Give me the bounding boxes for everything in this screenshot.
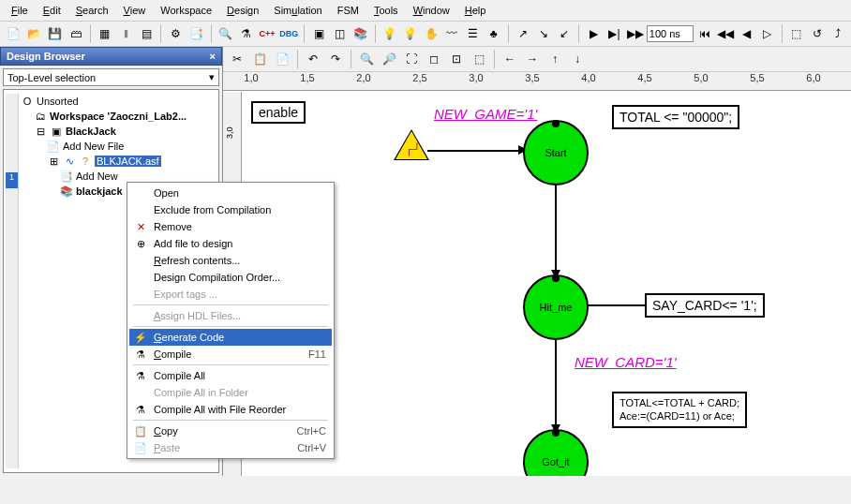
nav-fwd-icon[interactable]: → (522, 49, 543, 69)
tree-blackjack[interactable]: ⊟ ▣ BlackJack (19, 124, 216, 139)
menu-window[interactable]: Window (406, 2, 457, 19)
tree-add-new-file[interactable]: 📄 Add New File (19, 139, 216, 154)
search-icon[interactable]: 🔍 (216, 23, 235, 44)
open-icon[interactable]: 📂 (24, 23, 43, 44)
book-icon[interactable]: 📑 (187, 23, 205, 44)
action-total-update[interactable]: TOTAL<=TOTAL + CARD; Ace:=(CARD=11) or A… (612, 392, 747, 428)
bulb-icon[interactable]: 💡 (381, 23, 399, 44)
action-say-card[interactable]: SAY_CARD<= '1'; (645, 293, 765, 318)
matrix-icon[interactable]: ▤ (137, 23, 156, 44)
ctx-compile-reorder[interactable]: ⚗Compile All with File Reorder (129, 401, 332, 418)
tree-blkjack-file[interactable]: ⊞ ∿ ? BLKJACK.asf (19, 154, 216, 169)
iii-icon[interactable]: ⦀ (116, 23, 135, 44)
menu-workspace[interactable]: Workspace (153, 2, 219, 19)
gate-icon[interactable]: ◫ (330, 23, 349, 44)
wave-icon[interactable]: 〰 (442, 23, 461, 44)
tree-icon[interactable]: ♣ (485, 23, 503, 44)
ctx-compile-folder: Compile All in Folder (129, 384, 332, 401)
arrow2-icon[interactable]: ↘ (534, 23, 553, 44)
save-icon[interactable]: 💾 (45, 23, 64, 44)
paste-icon[interactable]: 📄 (272, 49, 292, 69)
new-icon[interactable]: 📄 (4, 23, 22, 44)
close-icon[interactable]: × (210, 51, 216, 62)
menu-search[interactable]: Search (68, 2, 116, 19)
zoom-100-icon[interactable]: ⊡ (446, 49, 467, 69)
save-all-icon[interactable]: 🗃 (67, 23, 85, 44)
zoom-sel-icon[interactable]: ◻ (424, 49, 444, 69)
enable-box[interactable]: enable (251, 101, 306, 124)
sort-icon: O (21, 95, 34, 108)
menu-simulation[interactable]: Simulation (266, 2, 329, 19)
state-start[interactable]: Start (523, 120, 589, 185)
menu-file[interactable]: File (4, 2, 36, 19)
ctx-dco[interactable]: Design Compilation Order... (129, 269, 332, 286)
ctx-compile-all[interactable]: ⚗Compile All (129, 367, 332, 384)
dbg-icon[interactable]: DBG (278, 23, 299, 44)
ctx-open[interactable]: Open (129, 185, 332, 201)
redo-icon[interactable]: ↷ (325, 49, 346, 69)
gear-icon[interactable]: ⚙ (166, 23, 185, 44)
shortcut: F11 (308, 348, 326, 360)
cond-new-game[interactable]: NEW_GAME='1' (434, 106, 537, 122)
menu-help[interactable]: Help (457, 2, 494, 19)
fwd-icon[interactable]: ▷ (757, 23, 776, 44)
tree-label-selected: BLKJACK.asf (95, 156, 161, 167)
misc1-icon[interactable]: ⬚ (787, 23, 806, 44)
cpp-icon[interactable]: C++ (258, 23, 276, 44)
back-icon[interactable]: ◀ (737, 23, 755, 44)
menu-view[interactable]: View (116, 2, 154, 19)
cut-icon[interactable]: ✂ (227, 49, 247, 69)
action-total-init[interactable]: TOTAL <= "00000"; (612, 105, 739, 129)
prev-icon[interactable]: ◀◀ (716, 23, 735, 44)
menu-edit[interactable]: Edit (36, 2, 68, 19)
ctx-copy[interactable]: 📋CopyCtrl+C (129, 422, 332, 439)
cond-new-card[interactable]: NEW_CARD='1' (575, 354, 677, 370)
ctx-add-file[interactable]: ⊕Add file to design (129, 235, 332, 252)
nav-back-icon[interactable]: ← (500, 49, 520, 69)
compile-icon[interactable]: ⚗ (237, 23, 256, 44)
misc3-icon[interactable]: ⤴ (829, 23, 847, 44)
state-hit-me[interactable]: Hit_me (523, 274, 589, 340)
add-file-icon: ⊕ (133, 238, 148, 250)
minus-icon[interactable]: ⊟ (34, 125, 47, 138)
menu-tools[interactable]: Tools (366, 2, 406, 19)
ctx-refresh[interactable]: Refresh contents... (129, 252, 332, 269)
undo-icon[interactable]: ↶ (303, 49, 323, 69)
zoom-area-icon[interactable]: ⬚ (469, 49, 489, 69)
misc2-icon[interactable]: ↺ (808, 23, 827, 44)
zoom-fit-icon[interactable]: ⛶ (401, 49, 422, 69)
compile-icon: ⚗ (133, 348, 148, 361)
nav-down-icon[interactable]: ↓ (567, 49, 588, 69)
run-icon[interactable]: ▶▶ (626, 23, 645, 44)
ctx-remove[interactable]: ✕Remove (129, 218, 332, 235)
time-input[interactable] (647, 25, 694, 42)
first-icon[interactable]: ⏮ (695, 23, 714, 44)
state-entry-dot-icon (552, 429, 560, 437)
ctx-generate-code[interactable]: ⚡Generate Code (129, 329, 332, 346)
menu-design[interactable]: Design (219, 2, 266, 19)
bulb2-icon[interactable]: 💡 (401, 23, 420, 44)
copy-icon[interactable]: 📋 (249, 49, 270, 69)
tree-unsorted[interactable]: O Unsorted (19, 94, 216, 109)
action-line: Ace:=(CARD=11) or Ace; (620, 409, 739, 422)
arrow1-icon[interactable]: ↗ (514, 23, 532, 44)
ctx-compile[interactable]: ⚗CompileF11 (129, 346, 332, 363)
arrow3-icon[interactable]: ↙ (555, 23, 574, 44)
list-icon[interactable]: ☰ (463, 23, 482, 44)
state-got-it[interactable]: Got_it (523, 429, 589, 476)
step-icon[interactable]: ▶| (605, 23, 623, 44)
zoom-out-icon[interactable]: 🔎 (379, 49, 399, 69)
chip-icon[interactable]: ▣ (309, 23, 328, 44)
ctx-exclude[interactable]: Exclude from Compilation (129, 201, 332, 218)
zoom-in-icon[interactable]: 🔍 (356, 49, 377, 69)
hand-icon[interactable]: ✋ (422, 23, 440, 44)
panel-title: Design Browser (7, 51, 85, 62)
nav-up-icon[interactable]: ↑ (545, 49, 565, 69)
menu-fsm[interactable]: FSM (330, 2, 366, 19)
tree-workspace[interactable]: 🗂 Workspace 'Zaoczni_Lab2... (19, 109, 216, 124)
plus-icon[interactable]: ⊞ (47, 155, 60, 168)
top-level-combo[interactable]: Top-Level selection ▾ (3, 68, 219, 86)
grid-icon[interactable]: ▦ (96, 23, 114, 44)
play-icon[interactable]: ▶ (584, 23, 603, 44)
books-icon[interactable]: 📚 (351, 23, 369, 44)
